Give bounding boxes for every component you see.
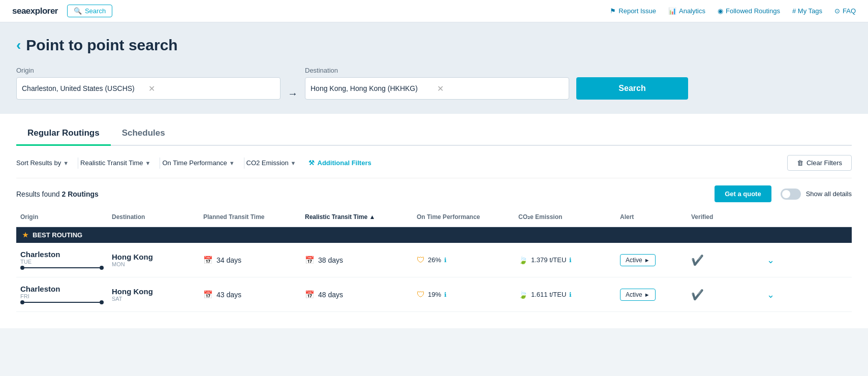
row1-realistic-days: 38 days xyxy=(318,256,343,264)
row2-destination-day: SAT xyxy=(112,296,195,302)
page-title: Point to point search xyxy=(26,37,177,54)
row1-origin-day: TUE xyxy=(20,259,104,265)
page-header: ‹ Point to point search Origin Charlesto… xyxy=(0,22,868,114)
origin-clear-icon[interactable]: ✕ xyxy=(148,84,275,93)
row1-verified-cell: ✔️ xyxy=(687,252,748,268)
row1-realistic-cell: 📅 38 days xyxy=(301,254,413,267)
co2-chevron-icon: ▼ xyxy=(291,160,296,166)
col-header-expand xyxy=(748,211,779,223)
faq-link[interactable]: ⊙ FAQ xyxy=(834,7,856,15)
row2-co2-cell: 🍃 1.611 t/TEU ℹ xyxy=(514,288,616,301)
origin-value: Charleston, United States (USCHS) xyxy=(22,84,148,92)
realistic-transit-chevron-icon: ▼ xyxy=(145,160,151,166)
row1-alert-cell: Active ► xyxy=(616,252,687,268)
row1-co2-cell: 🍃 1.379 t/TEU ℹ xyxy=(514,254,616,267)
search-pill-button[interactable]: 🔍 Search xyxy=(67,5,112,17)
direction-arrow-icon: → xyxy=(288,77,298,100)
show-all-details-toggle[interactable] xyxy=(781,189,801,200)
active-badge-chevron-icon-2: ► xyxy=(644,292,650,298)
row2-alert-cell: Active ► xyxy=(616,287,687,303)
tab-schedules[interactable]: Schedules xyxy=(111,123,176,146)
route-dot-start-2 xyxy=(20,300,24,304)
active-badge-chevron-icon-1: ► xyxy=(644,257,650,263)
my-tags-link[interactable]: # My Tags xyxy=(792,7,822,15)
destination-clear-icon[interactable]: ✕ xyxy=(437,84,564,93)
sliders-icon: ⚒ xyxy=(308,159,315,167)
info-icon-otp-2[interactable]: ℹ xyxy=(444,291,447,298)
leaf-icon-2: 🍃 xyxy=(518,290,528,299)
row1-otp-pct: 26% xyxy=(428,256,441,264)
search-pill-label: Search xyxy=(85,7,106,15)
table-row: Charleston TUE Hong Kong MON 📅 34 days 📅… xyxy=(16,243,852,277)
nav-right: ⚑ Report Issue 📊 Analytics ◉ Followed Ro… xyxy=(610,7,856,15)
filters-row: Sort Results by ▼ Realistic Transit Time… xyxy=(16,146,852,178)
additional-filters-button[interactable]: ⚒ Additional Filters xyxy=(308,159,371,167)
expand-chevron-icon-1[interactable]: ⌄ xyxy=(767,255,774,266)
row2-origin-cell: Charleston FRI xyxy=(16,283,108,306)
filter-separator-2 xyxy=(160,158,160,169)
show-all-details-label: Show all details xyxy=(806,190,852,198)
row1-origin-port: Charleston xyxy=(20,250,104,259)
sort-results-label: Sort Results by xyxy=(16,159,61,167)
row2-active-badge[interactable]: Active ► xyxy=(620,289,656,301)
row1-planned-days: 34 days xyxy=(216,256,241,264)
shield-icon-1: 🛡 xyxy=(417,256,425,265)
row1-active-badge[interactable]: Active ► xyxy=(620,254,656,266)
row1-alert-label: Active xyxy=(626,257,642,264)
info-icon-co2-1[interactable]: ℹ xyxy=(569,257,572,264)
row2-origin-day: FRI xyxy=(20,293,104,299)
col-header-alert: Alert xyxy=(616,211,687,223)
col-header-planned: Planned Transit Time xyxy=(199,211,301,223)
sort-results-chevron-icon: ▼ xyxy=(63,160,69,166)
route-dot-end-1 xyxy=(100,266,104,270)
tab-regular-routings[interactable]: Regular Routings xyxy=(16,123,111,146)
sort-results-filter[interactable]: Sort Results by ▼ xyxy=(16,156,76,170)
brand-logo: seaexplorer xyxy=(12,6,58,16)
calendar-icon-realistic-1: 📅 xyxy=(305,256,315,265)
row1-destination-cell: Hong Kong MON xyxy=(108,250,199,269)
row2-realistic-days: 48 days xyxy=(318,291,343,299)
col-header-realistic[interactable]: Realistic Transit Time ▲ xyxy=(301,211,413,223)
origin-field-group: Origin Charleston, United States (USCHS)… xyxy=(16,67,281,100)
row1-otp-cell: 🛡 26% ℹ xyxy=(413,254,514,267)
eye-icon: ◉ xyxy=(718,7,723,15)
co2-filter[interactable]: CO2 Emission ▼ xyxy=(246,156,303,170)
row2-planned-cell: 📅 43 days xyxy=(199,288,301,301)
realistic-transit-label: Realistic Transit Time xyxy=(80,159,143,167)
additional-filters-label: Additional Filters xyxy=(318,159,371,167)
on-time-label: On Time Performance xyxy=(162,159,227,167)
clear-filters-button[interactable]: 🗑 Clear Filters xyxy=(787,155,852,171)
results-text: Results found 2 Routings xyxy=(16,190,99,198)
destination-field-group: Destination Hong Kong, Hong Kong (HKHKG)… xyxy=(305,67,569,100)
row1-destination-port: Hong Kong xyxy=(112,253,195,261)
analytics-link[interactable]: 📊 Analytics xyxy=(668,7,705,15)
followed-routings-link[interactable]: ◉ Followed Routings xyxy=(718,7,780,15)
row1-planned-cell: 📅 34 days xyxy=(199,254,301,267)
tabs-row: Regular Routings Schedules xyxy=(16,114,852,146)
route-line-2 xyxy=(20,300,104,304)
analytics-icon: 📊 xyxy=(668,7,676,15)
col-header-otp: On Time Performance xyxy=(413,211,514,223)
on-time-filter[interactable]: On Time Performance ▼ xyxy=(162,156,241,170)
origin-input[interactable]: Charleston, United States (USCHS) ✕ xyxy=(16,77,281,100)
info-icon-co2-2[interactable]: ℹ xyxy=(569,291,572,298)
get-quote-button[interactable]: Get a quote xyxy=(715,185,771,202)
info-icon-otp-1[interactable]: ℹ xyxy=(444,257,447,264)
destination-input[interactable]: Hong Kong, Hong Kong (HKHKG) ✕ xyxy=(305,77,569,100)
report-issue-link[interactable]: ⚑ Report Issue xyxy=(610,7,656,15)
back-button[interactable]: ‹ xyxy=(16,37,21,53)
destination-value: Hong Kong, Hong Kong (HKHKG) xyxy=(311,84,437,92)
row2-alert-label: Active xyxy=(626,291,642,298)
row1-expand-cell[interactable]: ⌄ xyxy=(748,255,779,266)
co2-label: CO2 Emission xyxy=(246,159,289,167)
search-button[interactable]: Search xyxy=(576,77,688,100)
col-header-verified: Verified xyxy=(687,211,748,223)
row2-planned-days: 43 days xyxy=(216,291,241,299)
route-line-1 xyxy=(20,266,104,270)
row2-expand-cell[interactable]: ⌄ xyxy=(748,289,779,300)
expand-chevron-icon-2[interactable]: ⌄ xyxy=(767,289,774,300)
best-routing-banner: ★ BEST ROUTING xyxy=(16,227,852,243)
realistic-transit-filter[interactable]: Realistic Transit Time ▼ xyxy=(80,156,158,170)
row2-realistic-cell: 📅 48 days xyxy=(301,288,413,301)
verified-check-icon-1: ✔️ xyxy=(691,254,704,266)
